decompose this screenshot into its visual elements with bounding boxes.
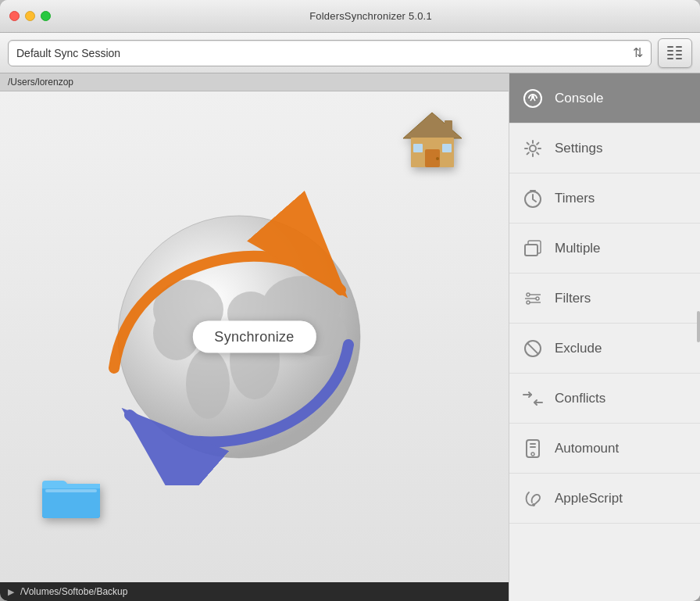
bottom-path-bar: ▶ /Volumes/Softobe/Backup [0,582,509,601]
applescript-icon [522,488,544,510]
settings-icon [522,138,544,159]
svg-line-40 [527,342,538,353]
window-title: FoldersSynchronizer 5.0.1 [51,10,691,22]
svg-point-30 [530,145,536,152]
sidebar-item-label-filters: Filters [555,291,591,306]
play-icon: ▶ [8,587,14,597]
sidebar-item-label-conflicts: Conflicts [555,391,605,406]
svg-rect-2 [667,54,673,55]
list-icon [666,45,684,62]
session-dropdown[interactable]: Default Sync Session ⇅ [8,40,652,66]
svg-point-34 [527,301,530,304]
multiple-icon [522,238,544,259]
sidebar-item-automount[interactable]: Automount [509,424,700,474]
svg-marker-20 [403,113,462,138]
svg-rect-0 [667,46,673,48]
synchronize-button[interactable]: Synchronize [192,321,316,353]
svg-rect-25 [442,144,452,152]
svg-rect-3 [667,58,673,59]
svg-rect-1 [667,50,673,52]
sidebar-item-console[interactable]: Console [509,73,700,123]
svg-rect-27 [45,489,97,492]
svg-point-33 [527,293,530,296]
sidebar-item-label-exclude: Exclude [555,341,602,356]
sidebar-item-label-timers: Timers [555,191,595,206]
folder-icon [39,467,103,531]
sync-canvas: Synchronize [0,91,509,582]
house-icon [399,109,466,188]
svg-rect-6 [676,54,682,55]
svg-rect-7 [676,58,682,59]
source-path: /Users/lorenzop [8,77,73,88]
toolbar: Default Sync Session ⇅ [0,33,700,73]
console-icon [522,88,544,109]
conflicts-icon [522,388,544,410]
traffic-lights [9,11,51,21]
session-name: Default Sync Session [16,47,633,59]
destination-path: /Volumes/Softobe/Backup [20,586,127,597]
svg-point-23 [436,157,439,160]
scrollbar[interactable] [697,311,700,342]
svg-point-35 [536,297,539,300]
filters-icon [522,288,544,309]
sidebar-item-multiple[interactable]: Multiple [509,224,700,274]
sidebar-nav: Console Settings Timers Multiple Filters… [509,73,700,524]
sidebar-item-label-console: Console [555,91,603,106]
maximize-button[interactable] [41,11,51,21]
svg-rect-4 [676,46,682,48]
app-window: FoldersSynchronizer 5.0.1 Default Sync S… [0,0,700,601]
sidebar-item-label-automount: Automount [555,441,619,456]
svg-rect-41 [527,440,539,457]
exclude-icon [522,338,544,360]
automount-icon [522,438,544,460]
sidebar-item-filters[interactable]: Filters [509,274,700,324]
sidebar-item-exclude[interactable]: Exclude [509,324,700,374]
svg-rect-5 [676,50,682,52]
right-sidebar: Console Settings Timers Multiple Filters… [509,73,700,601]
list-icon-button[interactable] [658,38,692,68]
svg-rect-44 [530,446,536,448]
left-panel: /Users/lorenzop [0,73,509,601]
top-path-bar: /Users/lorenzop [0,73,509,91]
sidebar-item-label-multiple: Multiple [555,241,601,256]
svg-rect-43 [530,443,536,445]
svg-rect-26 [445,120,452,134]
main-area: /Users/lorenzop [0,73,700,601]
svg-point-42 [531,453,534,456]
sidebar-item-label-applescript: AppleScript [555,491,623,506]
svg-rect-24 [413,144,423,152]
sidebar-item-applescript[interactable]: AppleScript [509,474,700,524]
svg-rect-32 [525,245,538,256]
minimize-button[interactable] [25,11,35,21]
sidebar-item-settings[interactable]: Settings [509,123,700,174]
sidebar-item-conflicts[interactable]: Conflicts [509,374,700,424]
close-button[interactable] [9,11,20,21]
svg-point-45 [532,503,535,506]
timers-icon [522,188,544,209]
chevron-updown-icon: ⇅ [633,45,643,60]
sidebar-item-timers[interactable]: Timers [509,174,700,224]
title-bar: FoldersSynchronizer 5.0.1 [0,0,700,33]
sidebar-item-label-settings: Settings [555,141,602,156]
